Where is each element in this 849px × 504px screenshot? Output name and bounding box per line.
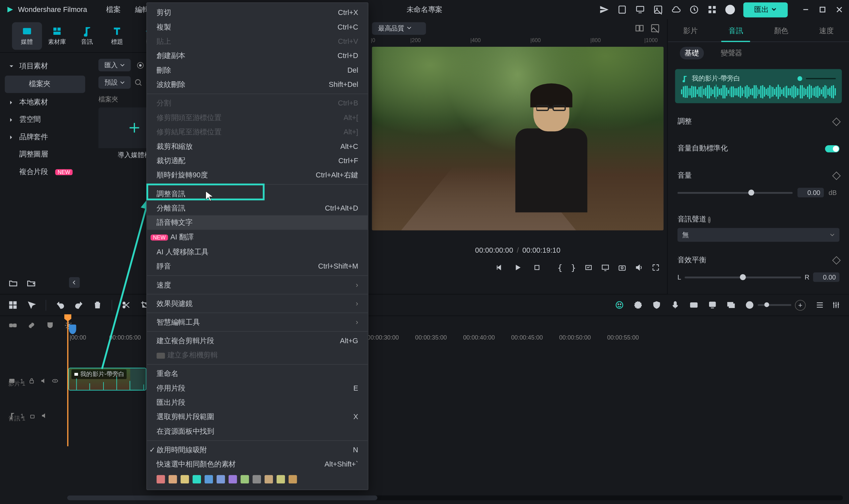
minimize-icon[interactable] xyxy=(802,6,810,13)
cloud-icon[interactable] xyxy=(671,5,681,14)
compare-icon[interactable] xyxy=(635,23,644,33)
picture-icon[interactable] xyxy=(650,23,660,33)
folder-open-icon[interactable] xyxy=(8,278,18,288)
mark-out-icon[interactable]: } xyxy=(571,263,576,272)
ctx-靜音[interactable]: 靜音Ctrl+Shift+M xyxy=(147,259,368,273)
keyframe-diamond-icon[interactable] xyxy=(832,118,841,126)
redo-icon[interactable] xyxy=(74,301,83,309)
ctx-停用片段[interactable]: 停用片段E xyxy=(147,381,368,395)
preview-viewport[interactable] xyxy=(372,47,664,231)
ctx-調整音訊[interactable]: 調整音訊 xyxy=(147,187,368,201)
monitor-icon[interactable] xyxy=(635,5,645,14)
mute-icon[interactable] xyxy=(40,412,48,419)
ctx-刪除[interactable]: 刪除Del xyxy=(147,63,368,77)
tab-color[interactable]: 顏色 xyxy=(766,19,795,42)
color-swatch[interactable] xyxy=(181,475,189,483)
volume-keyframe-icon[interactable] xyxy=(832,171,841,180)
color-swatch[interactable] xyxy=(265,475,273,483)
ctx-建立複合剪輯片段[interactable]: 建立複合剪輯片段Alt+G xyxy=(147,334,368,348)
color-swatch[interactable] xyxy=(253,475,261,483)
ctx-分離音訊[interactable]: 分離音訊Ctrl+Alt+D xyxy=(147,201,368,215)
play-icon[interactable] xyxy=(514,263,522,272)
tab-stock[interactable]: 素材庫 xyxy=(42,22,72,49)
mark-in-icon[interactable]: { xyxy=(558,263,562,272)
display-icon[interactable] xyxy=(601,263,610,272)
layers-icon[interactable] xyxy=(727,301,736,309)
sidebar-item-local[interactable]: 本地素材 xyxy=(0,93,90,111)
sidebar-item-project[interactable]: 項目素材 xyxy=(0,58,90,75)
color-swatch[interactable] xyxy=(276,475,285,483)
fullscreen-icon[interactable] xyxy=(652,263,660,272)
volume-icon[interactable] xyxy=(635,263,643,272)
tab-video[interactable]: 影片 xyxy=(676,19,705,42)
ctx-AI翻譯[interactable]: NEWAI 翻譯 xyxy=(147,230,368,245)
chain-icon[interactable] xyxy=(27,321,36,329)
send-icon[interactable] xyxy=(599,5,609,14)
ctx-匯出片段[interactable]: 匯出片段 xyxy=(147,395,368,410)
sidebar-item-brand[interactable]: 品牌套件 xyxy=(0,128,90,146)
sidebar-sub-folder[interactable]: 檔案夾 xyxy=(5,76,85,93)
ai-icon[interactable] xyxy=(615,301,624,309)
split-icon[interactable] xyxy=(122,301,131,309)
marker-icon[interactable] xyxy=(708,301,717,309)
close-icon[interactable] xyxy=(836,6,843,13)
import-dropdown[interactable]: 匯入 xyxy=(98,59,131,71)
select-icon[interactable] xyxy=(27,301,36,309)
color-swatch[interactable] xyxy=(229,475,237,483)
volume-slider[interactable] xyxy=(677,192,792,193)
color-swatch[interactable] xyxy=(168,475,177,483)
shield-icon[interactable] xyxy=(652,301,661,309)
sidebar-item-adjust[interactable]: 調整圖層 xyxy=(0,146,90,163)
subtab-voicechanger[interactable]: 變聲器 xyxy=(716,47,747,59)
balance-keyframe-icon[interactable] xyxy=(832,256,841,264)
info-icon[interactable]: i xyxy=(708,217,710,223)
preview-scrollbar[interactable] xyxy=(372,234,664,240)
maximize-icon[interactable] xyxy=(819,6,826,13)
ctx-效果與濾鏡[interactable]: 效果與濾鏡 xyxy=(147,296,368,311)
color-icon[interactable] xyxy=(633,301,643,309)
image-icon[interactable] xyxy=(653,5,663,14)
lock-icon[interactable] xyxy=(28,377,35,385)
ctx-波紋刪除[interactable]: 波紋刪除Shift+Del xyxy=(147,77,368,91)
apps-icon[interactable] xyxy=(707,5,717,14)
undo-icon[interactable] xyxy=(56,301,65,309)
caption-icon[interactable] xyxy=(689,301,699,309)
timeline-marker[interactable] xyxy=(69,325,76,334)
lock-icon[interactable] xyxy=(29,412,36,419)
ctx-複製[interactable]: 複製Ctrl+C xyxy=(147,20,368,34)
tab-media[interactable]: 媒體 xyxy=(12,22,42,49)
list-icon[interactable] xyxy=(815,301,824,309)
ctx-剪切[interactable]: 剪切Ctrl+X xyxy=(147,5,368,20)
new-folder-icon[interactable] xyxy=(26,278,36,288)
subtab-basic[interactable]: 基礎 xyxy=(680,47,704,59)
preset-dropdown[interactable]: 預設 xyxy=(98,76,131,89)
color-swatch[interactable] xyxy=(193,475,201,483)
grid-icon[interactable] xyxy=(8,301,17,309)
sidebar-item-cloud[interactable]: 雲空間 xyxy=(0,111,90,128)
quality-dropdown[interactable]: 最高品質 xyxy=(372,22,426,35)
ctx-AI人聲移除工具[interactable]: AI 人聲移除工具 xyxy=(147,245,368,259)
zoom-in-icon[interactable]: + xyxy=(795,300,806,311)
ctx-快速選中相同顏色的素材[interactable]: 快速選中相同顏色的素材Alt+Shift+` xyxy=(147,457,368,471)
collapse-sidebar-button[interactable] xyxy=(69,277,80,288)
auto-normalize-toggle[interactable] xyxy=(825,145,839,152)
prev-frame-icon[interactable] xyxy=(494,263,503,272)
color-swatch[interactable] xyxy=(289,475,297,483)
ctx-創建副本[interactable]: 創建副本Ctrl+D xyxy=(147,49,368,63)
color-swatch[interactable] xyxy=(240,475,249,483)
settings-icon[interactable] xyxy=(831,301,841,309)
ratio-icon[interactable] xyxy=(584,263,593,272)
ducking-select[interactable]: 無 xyxy=(677,228,839,242)
search-icon[interactable] xyxy=(134,78,143,87)
export-button[interactable]: 匯出 xyxy=(743,2,788,17)
video-clip[interactable]: 我的影片-帶旁白 xyxy=(68,368,146,391)
tab-audio[interactable]: 音訊 xyxy=(72,22,102,49)
ctx-速度[interactable]: 速度 xyxy=(147,278,368,292)
mic-icon[interactable] xyxy=(671,301,680,309)
tab-speed[interactable]: 速度 xyxy=(812,19,841,42)
playhead[interactable] xyxy=(67,314,69,446)
color-swatch[interactable] xyxy=(157,475,165,483)
menu-file[interactable]: 檔案 xyxy=(99,0,128,19)
avatar[interactable] xyxy=(725,5,735,14)
ctx-順時針旋轉90度[interactable]: 順時針旋轉90度Ctrl+Alt+右鍵 xyxy=(147,168,368,182)
